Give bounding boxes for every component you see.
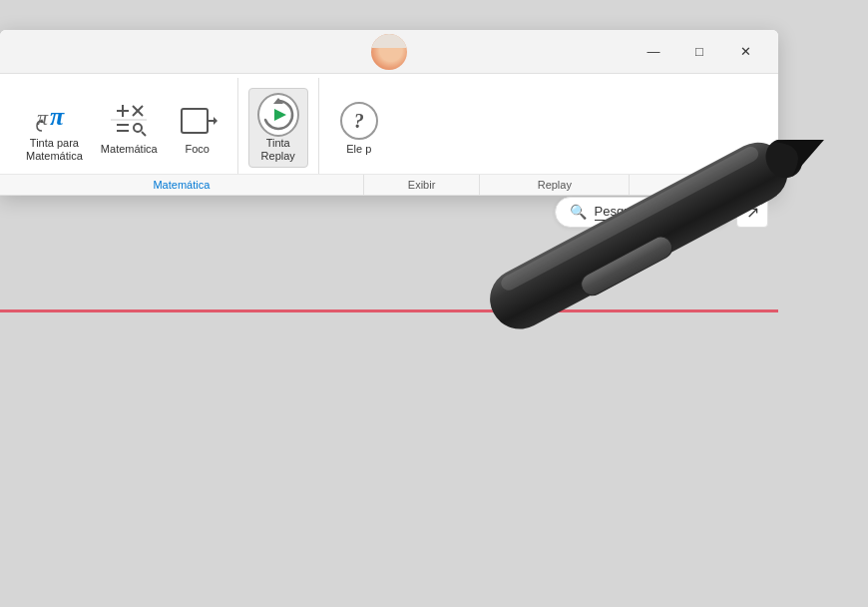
tinta-matematica-button[interactable]: π π Tinta para Matemática <box>18 89 91 167</box>
title-bar: — □ ✕ <box>0 30 778 74</box>
foco-icon <box>178 101 217 141</box>
maximize-button[interactable]: □ <box>676 36 722 68</box>
search-bar: 🔍 Pesquisar notebooks ↗ <box>555 196 768 228</box>
svg-rect-12 <box>182 109 208 133</box>
matematica-section-label: Matemática <box>0 175 364 195</box>
expand-search-icon: ↗ <box>746 203 759 222</box>
tinta-matematica-label: Tinta para Matemática <box>26 137 83 163</box>
section-labels-row: Matemática Exibir Replay Ajuda ∧ <box>0 174 778 195</box>
close-button[interactable]: ✕ <box>722 36 768 68</box>
svg-text:π: π <box>37 105 49 130</box>
exibir-section-label: Exibir <box>364 175 481 195</box>
matematica-button[interactable]: Matemática <box>93 95 166 160</box>
tool-group-matematica: π π Tinta para Matemática <box>8 78 238 174</box>
minimize-button[interactable]: — <box>631 36 676 68</box>
svg-point-9 <box>134 124 142 132</box>
avatar[interactable] <box>371 34 407 70</box>
ele-p-icon: ? <box>339 101 379 141</box>
collapse-icon: ∧ <box>760 177 770 193</box>
ribbon: π π Tinta para Matemática <box>0 74 778 196</box>
expand-search-button[interactable]: ↗ <box>736 196 768 228</box>
help-circle: ? <box>340 102 378 140</box>
tinta-replay-button[interactable]: Tinta Replay <box>248 88 308 168</box>
svg-text:π: π <box>50 102 65 131</box>
ele-p-button[interactable]: ? Ele p <box>329 95 389 160</box>
avatar-hair <box>371 34 407 48</box>
search-text: Pesquisar notebooks <box>595 204 715 221</box>
matematica-icon <box>109 101 149 141</box>
tinta-replay-label: Tinta Replay <box>261 137 295 163</box>
avatar-wrapper <box>371 34 407 70</box>
main-window: — □ ✕ π π <box>0 30 778 196</box>
tool-group-replay: Tinta Replay <box>238 78 319 174</box>
replay-circle <box>257 93 299 137</box>
search-box: 🔍 Pesquisar notebooks <box>555 197 730 228</box>
svg-marker-14 <box>214 117 217 125</box>
foco-button[interactable]: Foco <box>168 95 227 160</box>
search-icon: 🔍 <box>570 204 587 220</box>
replay-section-label: Replay <box>480 175 630 195</box>
tinta-replay-icon <box>258 95 298 135</box>
svg-line-10 <box>142 132 146 136</box>
ajuda-section-label: Ajuda <box>630 175 778 195</box>
svg-marker-16 <box>274 109 286 121</box>
collapse-ribbon-button[interactable]: ∧ <box>760 177 770 193</box>
pink-line <box>0 309 778 312</box>
title-bar-controls: — □ ✕ <box>631 36 768 68</box>
toolbar: π π Tinta para Matemática <box>0 74 778 174</box>
matematica-label: Matemática <box>101 143 158 156</box>
foco-label: Foco <box>185 143 209 156</box>
tool-group-ajuda: ? Ele p <box>319 78 399 174</box>
tinta-matematica-icon: π π <box>34 95 74 135</box>
ele-p-label: Ele p <box>346 143 371 156</box>
